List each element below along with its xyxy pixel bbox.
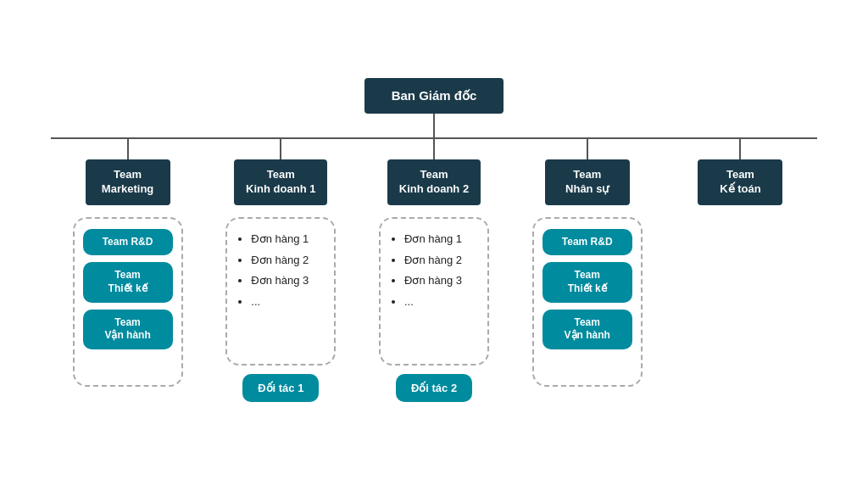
org-chart: Ban Giám đốc TeamMarketing Team R&D Team… xyxy=(0,61,868,419)
team-header-ns: TeamNhân sự xyxy=(545,159,630,205)
dashed-box-ns: Team R&D TeamThiết kế TeamVận hành xyxy=(532,217,643,387)
bullet-kb2-1: Đơn hàng 1 xyxy=(404,229,462,250)
v-connector-kb2 xyxy=(433,139,435,159)
bullet-kb1-1: Đơn hàng 1 xyxy=(251,229,309,250)
v-connector-kb1 xyxy=(280,139,281,159)
v-connector-ns xyxy=(587,139,588,159)
bullet-kb1-4: ... xyxy=(251,292,309,313)
bullet-kb2-3: Đơn hàng 3 xyxy=(404,271,462,292)
bullet-list-kb2: Đơn hàng 1 Đơn hàng 2 Đơn hàng 3 ... xyxy=(389,229,462,313)
bullet-kb2-2: Đơn hàng 2 xyxy=(404,250,462,271)
btn-marketing-vanhanh: TeamVận hành xyxy=(83,310,173,349)
partner-btn-1: Đối tác 1 xyxy=(242,374,319,402)
bullet-kb1-2: Đơn hàng 2 xyxy=(251,250,309,271)
col-kinhdoanh1: TeamKinh doanh 1 Đơn hàng 1 Đơn hàng 2 Đ… xyxy=(204,139,358,402)
team-header-kb2: TeamKinh doanh 2 xyxy=(387,159,481,205)
bullet-kb1-3: Đơn hàng 3 xyxy=(251,271,309,292)
dashed-box-marketing: Team R&D TeamThiết kế TeamVận hành xyxy=(73,217,183,387)
btn-marketing-thietke: TeamThiết kế xyxy=(83,262,173,302)
partner-btn-2: Đối tác 2 xyxy=(396,374,472,402)
v-connector-kt xyxy=(739,139,741,159)
team-header-kb1: TeamKinh doanh 1 xyxy=(234,159,327,205)
bullet-kb2-4: ... xyxy=(404,292,462,313)
v-connector-marketing xyxy=(127,139,129,159)
col-kinhdoanh2: TeamKinh doanh 2 Đơn hàng 1 Đơn hàng 2 Đ… xyxy=(358,139,511,402)
team-header-kt: TeamKế toán xyxy=(698,159,782,205)
bullet-list-kb1: Đơn hàng 1 Đơn hàng 2 Đơn hàng 3 ... xyxy=(236,229,309,313)
root-connector xyxy=(433,114,435,137)
btn-ns-thietke: TeamThiết kế xyxy=(542,262,632,302)
btn-ns-vanhanh: TeamVận hành xyxy=(542,310,632,349)
col-ketoan: TeamKế toán xyxy=(664,139,817,205)
btn-marketing-rd: Team R&D xyxy=(83,229,173,256)
dashed-box-kb1: Đơn hàng 1 Đơn hàng 2 Đơn hàng 3 ... xyxy=(225,217,336,366)
dashed-box-kb2: Đơn hàng 1 Đơn hàng 2 Đơn hàng 3 ... xyxy=(379,217,489,366)
col-nhansu: TeamNhân sự Team R&D TeamThiết kế TeamVậ… xyxy=(510,139,664,387)
children-row: TeamMarketing Team R&D TeamThiết kế Team… xyxy=(51,139,817,402)
root-node: Ban Giám đốc xyxy=(364,78,504,114)
team-header-marketing: TeamMarketing xyxy=(86,159,170,205)
btn-ns-rd: Team R&D xyxy=(542,229,632,256)
col-marketing: TeamMarketing Team R&D TeamThiết kế Team… xyxy=(51,139,204,387)
